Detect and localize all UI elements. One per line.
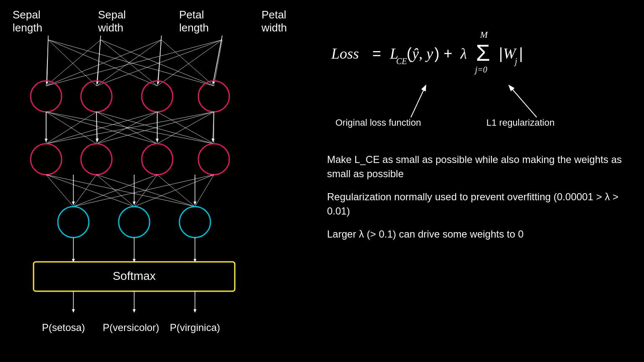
right-panel: Loss = L CE ( ŷ, y ) + λ Σ M j=0 | W j | (327, 25, 637, 251)
svg-point-47 (81, 144, 112, 175)
svg-text:L1 regularization: L1 regularization (486, 117, 555, 128)
description-3: Larger λ (> 0.1) can drive some weights … (327, 227, 637, 241)
svg-point-67 (179, 207, 210, 238)
svg-text:Σ: Σ (476, 40, 490, 66)
svg-line-10 (46, 40, 161, 86)
svg-text:Original loss function: Original loss function (335, 117, 421, 128)
svg-line-13 (161, 40, 214, 86)
neural-network-panel: Sepal length Sepal width Petal length Pe… (0, 0, 314, 362)
svg-line-94 (411, 86, 426, 117)
svg-text:|: | (519, 45, 523, 62)
svg-text:ŷ, y: ŷ, y (411, 45, 433, 62)
svg-point-66 (119, 207, 150, 238)
svg-text:P(setosa): P(setosa) (42, 322, 85, 333)
description-texts: Make L_CE as small as possible while als… (327, 153, 637, 241)
description-1: Make L_CE as small as possible while als… (327, 153, 637, 181)
svg-text:=: = (372, 45, 381, 62)
svg-text:λ: λ (460, 45, 467, 62)
svg-line-53 (73, 175, 96, 207)
formula-svg: Loss = L CE ( ŷ, y ) + λ Σ M j=0 | W j | (327, 25, 579, 80)
svg-line-4 (48, 40, 157, 86)
description-2: Regularization normally used to prevent … (327, 190, 637, 218)
svg-text:CE: CE (396, 57, 407, 66)
svg-text:(: ( (407, 45, 412, 62)
svg-line-9 (101, 40, 214, 86)
svg-text:Loss: Loss (331, 45, 359, 62)
svg-point-48 (142, 144, 173, 175)
svg-line-17 (214, 40, 222, 86)
svg-line-61 (195, 175, 214, 207)
svg-point-65 (58, 207, 89, 238)
svg-line-11 (96, 40, 161, 86)
svg-line-20 (158, 36, 161, 84)
svg-point-49 (198, 144, 229, 175)
svg-text:P(virginica): P(virginica) (170, 322, 220, 333)
svg-line-58 (157, 175, 195, 207)
svg-text:M: M (480, 29, 488, 40)
svg-text:Softmax: Softmax (113, 269, 156, 282)
svg-line-59 (73, 175, 214, 207)
svg-line-19 (97, 36, 101, 84)
svg-text:j=0: j=0 (474, 65, 487, 75)
svg-text:P(versicolor): P(versicolor) (103, 322, 159, 333)
neural-network-svg: Softmax P(setosa) P(versicolor) P(virgin… (0, 0, 314, 362)
svg-line-97 (509, 86, 537, 117)
svg-text:|: | (499, 45, 503, 62)
svg-point-46 (31, 144, 62, 175)
formula-container: Loss = L CE ( ŷ, y ) + λ Σ M j=0 | W j | (327, 25, 637, 81)
svg-text:) +: ) + (434, 45, 452, 62)
svg-line-56 (73, 175, 157, 207)
